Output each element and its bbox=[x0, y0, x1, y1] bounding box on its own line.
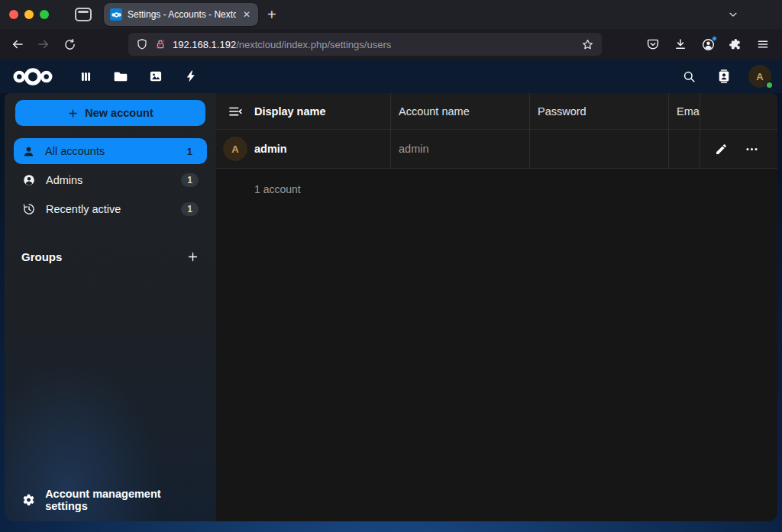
column-header-actions bbox=[700, 93, 777, 129]
navigation-toolbar: 192.168.1.192/nextcloud/index.php/settin… bbox=[0, 29, 782, 60]
sidebar-item-label: Admins bbox=[46, 174, 82, 186]
sidebar-item-all-accounts[interactable]: All accounts 1 bbox=[14, 138, 207, 164]
row-avatar: A bbox=[223, 137, 247, 161]
row-display-name[interactable]: admin bbox=[254, 130, 390, 168]
zoom-window-button[interactable] bbox=[40, 10, 49, 19]
sidebar-item-label: All accounts bbox=[45, 145, 105, 157]
photos-app-icon[interactable] bbox=[141, 61, 171, 92]
browser-window: Settings - Accounts - Nextcloud ✕ + bbox=[0, 0, 782, 532]
url-bar[interactable]: 192.168.1.192/nextcloud/index.php/settin… bbox=[128, 33, 602, 56]
column-header-display-name[interactable]: Display name bbox=[254, 93, 390, 129]
column-header-email[interactable]: Email bbox=[668, 93, 700, 129]
row-actions-cell bbox=[700, 130, 777, 168]
bookmark-star-icon[interactable] bbox=[581, 38, 594, 51]
firefox-view-icon[interactable] bbox=[75, 8, 92, 21]
new-tab-button[interactable]: + bbox=[267, 7, 276, 22]
forward-icon[interactable] bbox=[32, 33, 55, 56]
accounts-sidebar: New account All accounts 1 Admins 1 Rece… bbox=[5, 93, 216, 521]
url-host: 192.168.1.192 bbox=[173, 39, 236, 50]
back-icon[interactable] bbox=[6, 33, 29, 56]
reload-icon[interactable] bbox=[58, 33, 81, 56]
nextcloud-body: New account All accounts 1 Admins 1 Rece… bbox=[0, 93, 782, 532]
nextcloud-favicon-icon bbox=[110, 8, 122, 21]
column-header-account-name[interactable]: Account name bbox=[390, 93, 529, 129]
files-app-icon[interactable] bbox=[105, 61, 136, 92]
row-avatar-cell: A bbox=[216, 130, 254, 168]
url-path: /nextcloud/index.php/settings/users bbox=[236, 39, 391, 50]
traffic-lights bbox=[9, 10, 49, 19]
accounts-table-header: Display name Account name Password Email bbox=[216, 93, 777, 129]
minimize-window-button[interactable] bbox=[24, 10, 34, 19]
tab-title: Settings - Accounts - Nextcloud bbox=[128, 9, 236, 20]
recently-active-count: 1 bbox=[181, 202, 199, 216]
tracking-protection-shield-icon[interactable] bbox=[136, 38, 148, 50]
dashboard-app-icon[interactable] bbox=[70, 61, 101, 92]
accounts-count-summary: 1 account bbox=[254, 183, 777, 195]
nextcloud-logo-icon[interactable] bbox=[11, 66, 55, 87]
user-avatar[interactable]: A bbox=[748, 65, 771, 88]
close-window-button[interactable] bbox=[9, 10, 18, 19]
more-options-ellipsis-icon[interactable] bbox=[745, 142, 759, 156]
avatar-letter: A bbox=[756, 71, 763, 82]
account-notification-dot bbox=[712, 36, 717, 41]
contacts-menu-icon[interactable] bbox=[709, 61, 739, 92]
admins-count: 1 bbox=[181, 173, 199, 187]
nextcloud-header: A bbox=[0, 60, 782, 93]
account-management-settings-button[interactable]: Account management settings bbox=[14, 485, 207, 515]
new-account-label: New account bbox=[85, 107, 153, 119]
tab-bar: Settings - Accounts - Nextcloud ✕ + bbox=[0, 0, 782, 29]
add-group-plus-icon[interactable] bbox=[186, 250, 199, 263]
groups-label: Groups bbox=[21, 250, 62, 263]
edit-pencil-icon[interactable] bbox=[715, 143, 728, 156]
tab-settings-accounts[interactable]: Settings - Accounts - Nextcloud ✕ bbox=[104, 3, 258, 26]
firefox-account-icon[interactable] bbox=[696, 33, 719, 56]
accounts-app-content: New account All accounts 1 Admins 1 Rece… bbox=[5, 93, 777, 521]
accounts-main: Display name Account name Password Email… bbox=[216, 93, 777, 521]
extensions-puzzle-icon[interactable] bbox=[724, 33, 747, 56]
sidebar-item-label: Recently active bbox=[46, 203, 121, 215]
table-row-admin[interactable]: A admin admin bbox=[216, 129, 777, 169]
toggle-column-menu-icon[interactable] bbox=[216, 93, 254, 129]
online-status-dot bbox=[765, 81, 774, 89]
sidebar-item-recently-active[interactable]: Recently active 1 bbox=[14, 196, 207, 222]
account-management-settings-label: Account management settings bbox=[45, 488, 199, 512]
groups-section-header: Groups bbox=[14, 243, 207, 269]
unified-search-icon[interactable] bbox=[674, 61, 704, 92]
new-account-button[interactable]: New account bbox=[15, 100, 205, 126]
all-accounts-count: 1 bbox=[181, 144, 199, 159]
activity-app-icon[interactable] bbox=[176, 61, 206, 92]
column-header-password[interactable]: Password bbox=[529, 93, 668, 129]
tab-close-icon[interactable]: ✕ bbox=[241, 8, 252, 21]
insecure-lock-icon[interactable] bbox=[154, 38, 166, 50]
row-email-cell[interactable] bbox=[668, 130, 700, 168]
list-all-tabs-chevron-icon[interactable] bbox=[727, 8, 739, 21]
pocket-icon[interactable] bbox=[641, 33, 664, 56]
row-password-cell[interactable] bbox=[529, 130, 668, 168]
row-account-name: admin bbox=[390, 130, 529, 168]
sidebar-item-admins[interactable]: Admins 1 bbox=[14, 167, 207, 193]
url-text: 192.168.1.192/nextcloud/index.php/settin… bbox=[173, 39, 575, 50]
menu-hamburger-icon[interactable] bbox=[751, 33, 774, 56]
downloads-icon[interactable] bbox=[669, 33, 692, 56]
